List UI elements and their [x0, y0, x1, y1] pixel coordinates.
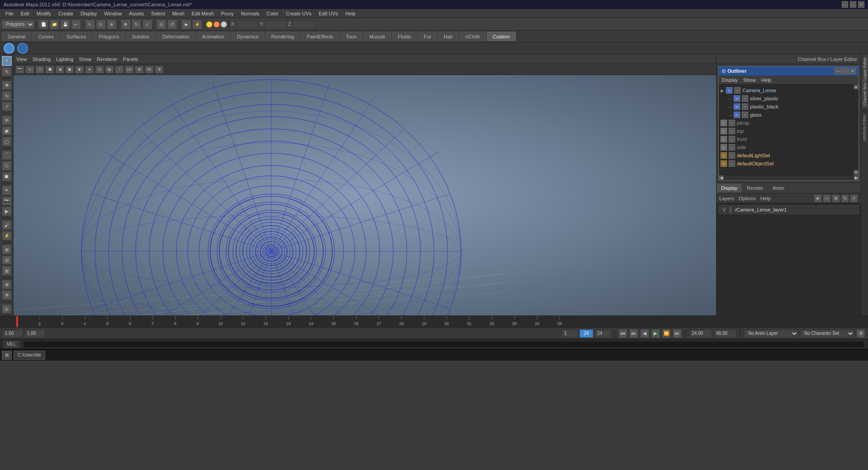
vt-camera-settings[interactable]: ⚙	[155, 66, 164, 74]
taskbar-maya[interactable]: C:\Users\lie	[14, 351, 45, 360]
menu-window[interactable]: Window	[100, 11, 125, 16]
tab-polygons[interactable]: Polygons	[93, 32, 125, 41]
light-button[interactable]: ☀	[2, 185, 12, 195]
no-char-set-dropdown[interactable]: No Character Set	[800, 329, 854, 338]
outliner-hscrollbar[interactable]: ◀ ▶	[719, 175, 859, 180]
tab-toon[interactable]: Toon	[340, 32, 363, 41]
menu-proxy[interactable]: Proxy	[217, 11, 237, 16]
menu-edit-mesh[interactable]: Edit Mesh	[188, 11, 217, 16]
vt-ao[interactable]: ●	[85, 66, 94, 74]
group-button[interactable]: ▣	[2, 126, 12, 136]
go-to-start-button[interactable]: ⏮	[618, 329, 627, 338]
viewport-menu-view[interactable]: View	[16, 56, 27, 62]
viewport-menu-show[interactable]: Show	[79, 56, 92, 62]
playhead-marker[interactable]: 24	[580, 329, 593, 338]
le-tool4[interactable]: ✎	[841, 194, 849, 202]
history[interactable]: ⏱	[167, 19, 177, 29]
minimize-button[interactable]: —	[842, 1, 848, 8]
menu-display[interactable]: Display	[77, 11, 100, 16]
show-hide-button[interactable]: 👁	[2, 115, 12, 125]
start-frame-field[interactable]	[3, 329, 23, 338]
vt-camera[interactable]: 📷	[15, 66, 24, 74]
qa-pin2[interactable]	[17, 43, 28, 54]
outliner-item-side[interactable]: C ○ side	[719, 143, 859, 151]
vt-isolate[interactable]: ⊙	[95, 66, 104, 74]
le-tool1[interactable]: ⊕	[814, 194, 822, 202]
new-file-button[interactable]: 📄	[38, 19, 48, 29]
tab-general[interactable]: General	[2, 32, 31, 41]
le-tool3[interactable]: ⚙	[832, 194, 840, 202]
vt-hud[interactable]: ▤	[105, 66, 114, 74]
tab-curves[interactable]: Curves	[32, 32, 60, 41]
outliner-item-silver-plastic[interactable]: — M ○ silver_plastic	[719, 94, 859, 103]
tab-rendering[interactable]: Rendering	[265, 32, 300, 41]
play-forward-button[interactable]: ▶	[651, 329, 660, 338]
menu-mesh[interactable]: Mesh	[169, 11, 188, 16]
vt-shaded[interactable]: ◑	[55, 66, 64, 74]
outliner-item-plastic-black[interactable]: — M ○ plastic_black	[719, 103, 859, 111]
vt-wireframe[interactable]: ⬡	[35, 66, 44, 74]
save-button[interactable]: 💾	[60, 19, 70, 29]
anim-end-field[interactable]	[689, 329, 712, 338]
scroll-up-btn[interactable]: ▲	[854, 85, 859, 90]
snap-button[interactable]: ◎	[2, 304, 12, 314]
ipr-render[interactable]: ⚡	[192, 19, 202, 29]
play-back-button[interactable]: ◀	[640, 329, 649, 338]
vt-shadow[interactable]: ◐	[75, 66, 84, 74]
tab-subdivs[interactable]: Subdivs	[126, 32, 156, 41]
outliner-minimize[interactable]: —	[835, 68, 841, 74]
le-tab-render[interactable]: Render	[742, 183, 768, 193]
poly-button[interactable]: ⬢	[2, 172, 12, 181]
lasso-tool[interactable]: ⊙	[96, 19, 106, 29]
outliner-scrollbar[interactable]: ▲ ▼	[853, 85, 859, 175]
tab-fluids[interactable]: Fluids	[392, 32, 417, 41]
tab-animation[interactable]: Animation	[196, 32, 230, 41]
tab-deformation[interactable]: Deformation	[156, 32, 195, 41]
menu-color[interactable]: Color	[263, 11, 282, 16]
menu-create-uvs[interactable]: Create UVs	[282, 11, 315, 16]
menu-create[interactable]: Create	[55, 11, 77, 16]
maximize-button[interactable]: □	[850, 1, 856, 8]
render-button[interactable]: ▶	[181, 19, 191, 29]
paint-select-tool[interactable]: ⊕	[107, 19, 117, 29]
render2-button[interactable]: ▶	[2, 207, 12, 216]
tab-surfaces[interactable]: Surfaces	[61, 32, 92, 41]
vt-normals[interactable]: ↑	[115, 66, 124, 74]
rotate-tool[interactable]: ↻	[132, 19, 142, 29]
range-end-field[interactable]	[595, 329, 611, 338]
undo-button[interactable]: ↩	[71, 19, 81, 29]
layer-visibility[interactable]: V	[721, 207, 728, 212]
go-to-end-button[interactable]: ⏭	[673, 329, 682, 338]
tab-muscle[interactable]: Muscle	[363, 32, 391, 41]
outliner-item-camera-lense[interactable]: ▶ G ○ Camera_Lense	[719, 86, 859, 94]
playback-options[interactable]: ⚙	[856, 329, 865, 338]
close-button[interactable]: ✕	[858, 1, 864, 8]
menu-help[interactable]: Help	[342, 11, 359, 16]
tab-hair[interactable]: Hair	[438, 32, 459, 41]
mode-dropdown[interactable]: Polygons	[2, 20, 34, 29]
outliner-item-top[interactable]: C ○ top	[719, 127, 859, 135]
z-input[interactable]	[293, 20, 316, 29]
scroll-down-btn[interactable]: ▼	[854, 169, 859, 175]
anim-end2-field[interactable]	[714, 329, 736, 338]
outliner-item-default-light-set[interactable]: S ○ defaultLightSet	[719, 151, 859, 160]
menu-file[interactable]: File	[2, 11, 17, 16]
y-input[interactable]	[264, 20, 287, 29]
select-tool[interactable]: ↖	[85, 19, 95, 29]
menu-edit-uvs[interactable]: Edit UVs	[315, 11, 342, 16]
layer-item-1[interactable]: V /Camera_Lense_layer1	[718, 205, 859, 214]
outliner-item-persp[interactable]: C ○ persp	[719, 119, 859, 127]
surface-button[interactable]: ⬡	[2, 161, 12, 170]
no-anim-layer-dropdown[interactable]: No Anim Layer	[744, 329, 798, 338]
tab-custom[interactable]: Custom	[487, 32, 516, 41]
select-button[interactable]: ↖	[2, 56, 12, 66]
current-frame-field[interactable]	[25, 329, 45, 338]
le-tab-display[interactable]: Display	[717, 183, 742, 193]
viewport-menu-lighting[interactable]: Lighting	[56, 56, 74, 62]
script-input[interactable]	[23, 341, 864, 348]
timeline-ruler[interactable]: 1 2 3 4 5 6 7 8 9 10 11 12 13 14 15 16 1…	[0, 316, 868, 328]
misc4-button[interactable]: ⊕	[2, 280, 12, 289]
open-file-button[interactable]: 📁	[49, 19, 59, 29]
vt-render-region[interactable]: ⊞	[135, 66, 144, 74]
outliner-menu-display[interactable]: Display	[722, 77, 738, 83]
